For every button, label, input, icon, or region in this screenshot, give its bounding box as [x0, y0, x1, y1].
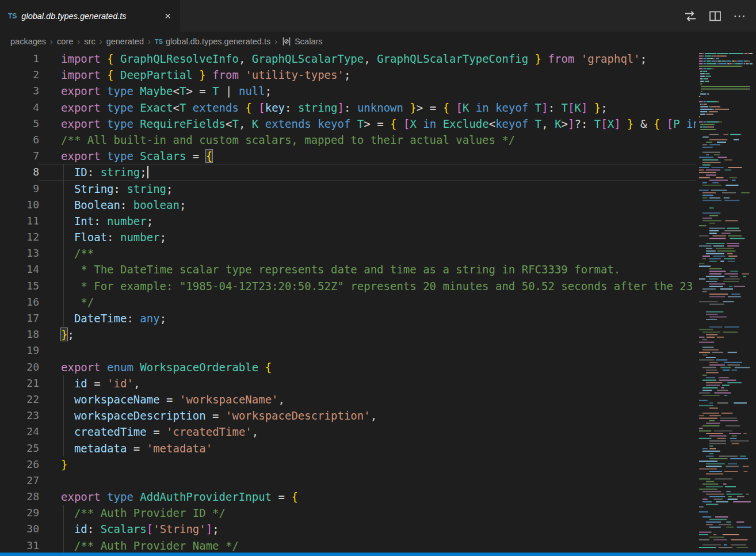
minimap[interactable] — [696, 51, 756, 553]
code-line[interactable]: 8 ID: string; — [0, 164, 696, 180]
code-line[interactable]: 3export type Maybe<T> = T | null; — [0, 83, 696, 99]
line-number: 12 — [0, 229, 39, 245]
compare-changes-icon[interactable] — [684, 9, 697, 23]
indent-guide — [63, 505, 64, 521]
line-number: 4 — [0, 100, 39, 116]
code-line[interactable]: 10 Boolean: boolean; — [0, 197, 696, 213]
code-line[interactable]: 16 */ — [0, 294, 696, 310]
indent-guide — [63, 164, 64, 180]
breadcrumb-symbol[interactable]: Scalars — [281, 36, 322, 47]
line-number: 9 — [0, 181, 39, 197]
code-line[interactable]: 2import { DeepPartial } from 'utility-ty… — [0, 67, 696, 83]
line-number: 28 — [0, 489, 39, 505]
code-line[interactable]: 12 Float: number; — [0, 229, 696, 245]
split-editor-icon[interactable] — [709, 10, 721, 22]
line-number: 11 — [0, 213, 39, 229]
close-icon[interactable]: × — [162, 9, 173, 22]
breadcrumb-generated[interactable]: generated — [106, 37, 144, 46]
line-number: 23 — [0, 408, 39, 424]
line-number: 19 — [0, 342, 39, 359]
line-number: 3 — [0, 83, 39, 99]
typescript-file-icon: TS — [8, 12, 17, 20]
line-number: 31 — [0, 538, 39, 553]
breadcrumb-packages[interactable]: packages — [10, 37, 46, 46]
code-line[interactable]: 24 createdTime = 'createdTime', — [0, 424, 696, 440]
more-actions-icon[interactable]: ⋯ — [733, 10, 746, 22]
indent-guide — [63, 391, 64, 408]
breadcrumb-separator: › — [148, 36, 151, 46]
code-line[interactable]: 28export type AddAuthProviderInput = { — [0, 489, 696, 505]
breadcrumb-separator: › — [50, 36, 53, 46]
indent-guide — [63, 261, 64, 277]
code-line[interactable]: 7export type Scalars = { — [0, 148, 696, 164]
code-line[interactable]: 1import { GraphQLResolveInfo, GraphQLSca… — [0, 51, 696, 67]
line-number: 14 — [0, 261, 39, 277]
indent-guide — [63, 521, 64, 537]
line-number: 13 — [0, 245, 39, 261]
breadcrumb-separator: › — [77, 36, 80, 46]
tab-global-db-types[interactable]: TS global.db.types.generated.ts × — [0, 0, 181, 32]
line-number: 21 — [0, 375, 39, 391]
code-line[interactable]: 13 /** — [0, 245, 696, 261]
indent-guide — [63, 375, 64, 391]
code-line[interactable]: 19 — [0, 342, 696, 359]
indent-guide — [63, 229, 64, 245]
indent-guide — [63, 424, 64, 440]
text-cursor — [147, 166, 148, 178]
code-line[interactable]: 27 — [0, 473, 696, 489]
line-number: 29 — [0, 505, 39, 521]
line-number: 5 — [0, 116, 39, 132]
line-number: 10 — [0, 197, 39, 213]
editor: 1import { GraphQLResolveInfo, GraphQLSca… — [0, 51, 756, 553]
code-line[interactable]: 31 /** Auth Provider Name */ — [0, 538, 696, 553]
indent-guide — [63, 408, 64, 424]
line-number: 22 — [0, 391, 39, 408]
code-area[interactable]: 1import { GraphQLResolveInfo, GraphQLSca… — [0, 51, 696, 553]
breadcrumb-core[interactable]: core — [57, 37, 73, 46]
typescript-file-icon: TS — [155, 38, 163, 45]
line-number: 8 — [0, 164, 39, 180]
indent-guide — [63, 294, 64, 310]
code-line[interactable]: 20export enum WorkspaceOrderable { — [0, 359, 696, 375]
code-line[interactable]: 11 Int: number; — [0, 213, 696, 229]
code-line[interactable]: 29 /** Auth Provider ID */ — [0, 505, 696, 521]
indent-guide — [63, 181, 64, 197]
line-number: 16 — [0, 294, 39, 310]
breadcrumb: packages › core › src › generated › TS g… — [0, 32, 756, 51]
code-line[interactable]: 30 id: Scalars['String']; — [0, 521, 696, 537]
code-line[interactable]: 21 id = 'id', — [0, 375, 696, 391]
breadcrumb-separator: › — [274, 36, 277, 46]
code-line[interactable]: 14 * The DateTime scalar type represents… — [0, 261, 696, 277]
line-number: 1 — [0, 51, 39, 67]
symbol-icon — [281, 36, 292, 47]
line-number: 25 — [0, 440, 39, 456]
breadcrumb-file[interactable]: TS global.db.types.generated.ts — [155, 37, 270, 46]
breadcrumb-file-label: global.db.types.generated.ts — [166, 37, 270, 46]
line-number: 27 — [0, 473, 39, 489]
breadcrumb-separator: › — [100, 36, 102, 46]
indent-guide — [63, 197, 64, 213]
line-number: 24 — [0, 424, 39, 440]
breadcrumb-symbol-label: Scalars — [295, 37, 322, 46]
code-line[interactable]: 5export type RequireFields<T, K extends … — [0, 116, 696, 132]
indent-guide — [63, 245, 64, 261]
line-number: 20 — [0, 359, 39, 375]
code-line[interactable]: 26} — [0, 456, 696, 473]
code-line[interactable]: 15 * For example: "1985-04-12T23:20:50.5… — [0, 278, 696, 294]
code-line[interactable]: 22 workspaceName = 'workspaceName', — [0, 391, 696, 408]
code-line[interactable]: 18}; — [0, 326, 696, 342]
line-number: 2 — [0, 67, 39, 83]
minimap-canvas — [697, 52, 753, 550]
code-line[interactable]: 6/** All built-in and custom scalars, ma… — [0, 132, 696, 148]
code-line[interactable]: 25 metadata = 'metadata' — [0, 440, 696, 456]
code-line[interactable]: 9 String: string; — [0, 181, 696, 197]
code-line[interactable]: 4export type Exact<T extends { [key: str… — [0, 100, 696, 116]
status-bar — [0, 553, 756, 556]
editor-actions: ⋯ — [684, 0, 756, 32]
code-line[interactable]: 17 DateTime: any; — [0, 310, 696, 326]
breadcrumb-src[interactable]: src — [84, 37, 95, 46]
code-line[interactable]: 23 workspaceDescription = 'workspaceDesc… — [0, 408, 696, 424]
line-number: 18 — [0, 326, 39, 342]
indent-guide — [63, 310, 64, 326]
indent-guide — [63, 440, 64, 456]
